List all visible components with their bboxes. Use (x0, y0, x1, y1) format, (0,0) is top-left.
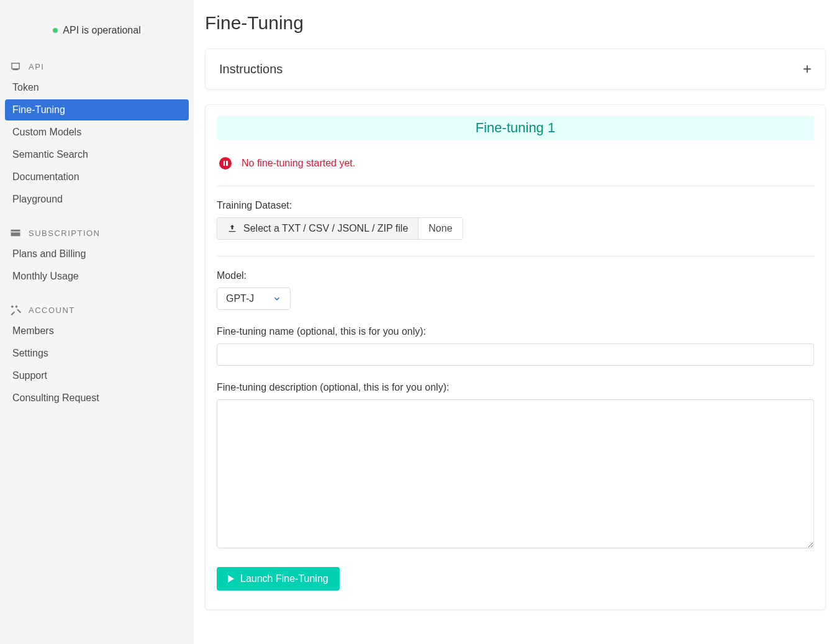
fine-tuning-card: Fine-tuning 1 No fine-tuning started yet… (205, 104, 826, 610)
instructions-header-text: Instructions (219, 62, 283, 76)
sidebar-item-custom-models[interactable]: Custom Models (5, 122, 189, 143)
upload-icon (227, 224, 237, 234)
divider (217, 186, 814, 186)
launch-fine-tuning-button[interactable]: Launch Fine-Tuning (217, 567, 340, 591)
status-dot-icon (53, 28, 58, 33)
sidebar-item-fine-tuning[interactable]: Fine-Tuning (5, 99, 189, 120)
section-title: ACCOUNT (29, 306, 75, 315)
sidebar-item-token[interactable]: Token (5, 77, 189, 98)
fine-tuning-status-text: No fine-tuning started yet. (242, 158, 355, 169)
description-label: Fine-tuning description (optional, this … (217, 382, 814, 393)
page-title: Fine-Tuning (205, 12, 826, 34)
sidebar-item-settings[interactable]: Settings (5, 343, 189, 364)
api-status-text: API is operational (63, 25, 140, 36)
section-title: API (29, 62, 44, 71)
sidebar-item-members[interactable]: Members (5, 320, 189, 342)
play-icon (228, 575, 234, 583)
model-field: Model: GPT-J (217, 270, 814, 310)
sidebar-item-monthly-usage[interactable]: Monthly Usage (5, 266, 189, 287)
name-label: Fine-tuning name (optional, this is for … (217, 326, 814, 337)
selected-file-name: None (418, 218, 462, 239)
nav-list-account: Members Settings Support Consulting Requ… (0, 320, 194, 420)
pause-icon (219, 157, 232, 170)
fine-tuning-description-input[interactable] (217, 399, 814, 548)
sidebar-item-documentation[interactable]: Documentation (5, 166, 189, 188)
nav-list-subscription: Plans and Billing Monthly Usage (0, 243, 194, 298)
main-content: Fine-Tuning Instructions + Fine-tuning 1… (194, 0, 837, 644)
sidebar-item-plans-billing[interactable]: Plans and Billing (5, 243, 189, 265)
terminal-icon (10, 61, 21, 72)
sidebar: API is operational API Token Fine-Tuning… (0, 0, 194, 644)
launch-button-label: Launch Fine-Tuning (240, 573, 328, 584)
fine-tuning-status-row: No fine-tuning started yet. (217, 157, 814, 186)
name-field: Fine-tuning name (optional, this is for … (217, 326, 814, 366)
sidebar-item-consulting-request[interactable]: Consulting Request (5, 388, 189, 409)
model-selected-value: GPT-J (226, 293, 254, 304)
sidebar-item-semantic-search[interactable]: Semantic Search (5, 144, 189, 165)
divider (217, 256, 814, 256)
select-file-button-label: Select a TXT / CSV / JSONL / ZIP file (243, 223, 408, 234)
plus-icon[interactable]: + (803, 60, 812, 78)
file-picker: Select a TXT / CSV / JSONL / ZIP file No… (217, 217, 463, 240)
dataset-field: Training Dataset: Select a TXT / CSV / J… (217, 200, 814, 240)
chevron-down-icon (273, 294, 281, 303)
section-title: SUBSCRIPTION (29, 229, 101, 238)
instructions-card: Instructions + (205, 48, 826, 89)
credit-card-icon (10, 227, 21, 238)
model-label: Model: (217, 270, 814, 281)
section-header-account: ACCOUNT (0, 298, 194, 320)
fine-tuning-banner: Fine-tuning 1 (217, 116, 814, 140)
section-header-api: API (0, 55, 194, 77)
description-field: Fine-tuning description (optional, this … (217, 382, 814, 551)
sidebar-item-playground[interactable]: Playground (5, 189, 189, 210)
model-select[interactable]: GPT-J (217, 288, 291, 310)
select-file-button[interactable]: Select a TXT / CSV / JSONL / ZIP file (217, 218, 418, 239)
fine-tuning-name-input[interactable] (217, 343, 814, 366)
sidebar-item-support[interactable]: Support (5, 365, 189, 386)
section-header-subscription: SUBSCRIPTION (0, 221, 194, 243)
tools-icon (10, 304, 21, 315)
dataset-label: Training Dataset: (217, 200, 814, 211)
instructions-toggle[interactable]: Instructions + (206, 49, 825, 89)
api-status: API is operational (0, 19, 194, 55)
nav-list-api: Token Fine-Tuning Custom Models Semantic… (0, 77, 194, 221)
